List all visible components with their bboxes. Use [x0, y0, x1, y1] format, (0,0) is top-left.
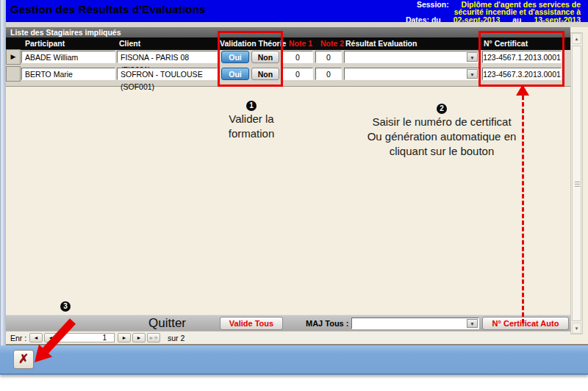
- validation-highlight-box: [218, 31, 283, 87]
- note1-field[interactable]: 0: [282, 68, 313, 80]
- scroll-up-icon[interactable]: ▲: [572, 33, 581, 44]
- dashed-arrow-head: [516, 85, 529, 96]
- record-nav-label: Enr :: [10, 334, 26, 342]
- resultat-combobox[interactable]: ▼: [344, 68, 479, 80]
- step2-text: Saisir le numéro de certificat: [372, 115, 511, 128]
- step2-text: cliquant sur le bouton: [390, 145, 495, 157]
- maj-tous-label: MAJ Tous :: [306, 319, 348, 328]
- footer-bar: Quitter Valide Tous MAJ Tous : ▼ N° Cert…: [6, 315, 570, 331]
- col-header-note1: Note 1: [289, 37, 312, 50]
- dropdown-arrow-icon[interactable]: ▼: [467, 52, 478, 62]
- step3-badge: 3: [60, 301, 71, 312]
- window-left-border: [0, 0, 6, 345]
- scrollbar-grip: [575, 182, 580, 187]
- client-field[interactable]: FISONA - PARIS 08 (FIS001): [117, 51, 218, 63]
- quit-button[interactable]: ✗: [13, 350, 34, 369]
- valide-tous-button[interactable]: Valide Tous: [220, 317, 283, 330]
- record-navigator: Enr : ◄ ◄ ► ► ►✳ sur 2: [6, 331, 570, 344]
- dropdown-arrow-icon[interactable]: ▼: [467, 69, 478, 79]
- participant-field[interactable]: BERTO Marie: [21, 68, 115, 80]
- certificat-auto-button[interactable]: N° Certificat Auto: [482, 317, 569, 330]
- page-title: Gestion des Résultats d'Evaluations: [10, 3, 206, 15]
- resultat-combobox[interactable]: ▼: [344, 51, 479, 63]
- dashed-arrow-line: [522, 96, 524, 323]
- session-value-line2: sécurité incendie et d'assistance à: [454, 7, 581, 16]
- row-selector-arrow-icon: ▶: [11, 53, 16, 60]
- annotation-step3: 3: [60, 298, 71, 312]
- col-header-note2: Note 2: [320, 37, 344, 50]
- first-record-button[interactable]: ◄: [29, 333, 43, 342]
- participant-field[interactable]: ABADE William: [21, 51, 115, 63]
- step1-badge: 1: [246, 101, 257, 111]
- note1-field[interactable]: 0: [282, 51, 313, 63]
- vertical-scrollbar[interactable]: ▲ ▼: [570, 32, 583, 334]
- form-titlebar: Gestion des Résultats d'Evaluations Sess…: [6, 0, 588, 22]
- dropdown-arrow-icon[interactable]: ▼: [467, 319, 478, 328]
- previous-record-button[interactable]: ◄: [44, 333, 57, 342]
- taskbar-band: ✗: [0, 345, 588, 375]
- step2-text: Ou génération automatique en: [368, 130, 517, 143]
- col-header-client: Client: [119, 37, 140, 50]
- maj-tous-combobox[interactable]: ▼: [351, 318, 479, 329]
- certificat-highlight-box: [478, 31, 564, 87]
- col-header-resultat: Résultat Evaluation: [345, 37, 417, 50]
- new-record-button[interactable]: ►✳: [147, 333, 160, 342]
- col-header-participant: Participant: [25, 37, 65, 50]
- record-count-label: sur 2: [168, 334, 184, 342]
- step1-text: Valider la: [229, 112, 273, 125]
- step1-text: formation: [229, 127, 275, 140]
- scroll-down-icon[interactable]: ▼: [572, 323, 581, 334]
- quitter-annotation-label: Quitter: [148, 316, 186, 331]
- session-label: Session:: [417, 0, 449, 9]
- last-record-button[interactable]: ►: [132, 333, 146, 342]
- note2-field[interactable]: 0: [315, 51, 342, 63]
- note2-field[interactable]: 0: [315, 68, 342, 80]
- current-record-input[interactable]: [59, 333, 115, 342]
- step2-badge: 2: [437, 104, 447, 114]
- application-window: Gestion des Résultats d'Evaluations Sess…: [0, 0, 588, 391]
- annotation-step2: 2 Saisir le numéro de certificat Ou géné…: [359, 100, 525, 159]
- close-icon: ✗: [18, 352, 29, 366]
- titlebar-divider: [6, 22, 588, 27]
- client-field[interactable]: SOFRON - TOULOUSE (SOF001): [117, 68, 218, 80]
- session-info: Session: Diplôme d'agent des services de…: [406, 1, 581, 24]
- row-selector[interactable]: ▶: [6, 49, 21, 65]
- row-selector[interactable]: [6, 66, 21, 82]
- scrollbar-thumb[interactable]: [572, 46, 581, 321]
- next-record-button[interactable]: ►: [118, 333, 131, 342]
- annotation-step1: 1 Valider la formation: [204, 97, 298, 141]
